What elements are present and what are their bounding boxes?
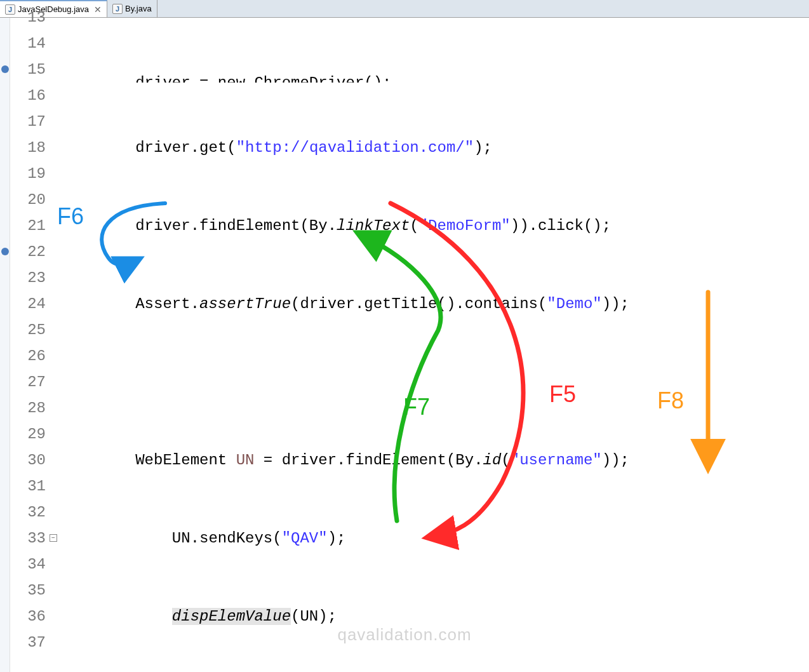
- code-line: driver.get("http://qavalidation.com/");: [62, 135, 809, 161]
- code-line: driver = new ChromeDriver();: [62, 70, 809, 83]
- line-number: 22: [10, 239, 46, 265]
- line-number: 24: [10, 291, 46, 317]
- line-number: 15: [10, 57, 46, 83]
- fold-row: [48, 551, 58, 577]
- gutter-marker-row[interactable]: [0, 447, 10, 473]
- line-number: 37: [10, 629, 46, 655]
- fold-row: [48, 395, 58, 421]
- gutter-marker-row[interactable]: [0, 421, 10, 447]
- line-number: 23: [10, 265, 46, 291]
- annotation-f6: F6: [57, 203, 84, 230]
- gutter-marker-row[interactable]: [0, 369, 10, 395]
- fold-row: [48, 83, 58, 109]
- gutter-marker-row[interactable]: [0, 395, 10, 421]
- gutter-markers: [0, 18, 10, 672]
- gutter-marker-row[interactable]: [0, 629, 10, 655]
- line-number: 20: [10, 187, 46, 213]
- line-number: 28: [10, 395, 46, 421]
- code-line: dispElemValue(UN);: [62, 603, 809, 629]
- line-number: 13: [10, 18, 46, 30]
- fold-row: [48, 18, 58, 30]
- fold-row: [48, 577, 58, 603]
- code-line: Assert.assertTrue(driver.getTitle().cont…: [62, 291, 809, 317]
- fold-row: [48, 369, 58, 395]
- breakpoint-icon[interactable]: [1, 65, 9, 73]
- code-line: driver.findElement(By.linkText("DemoForm…: [62, 213, 809, 239]
- close-icon[interactable]: ✕: [94, 4, 102, 15]
- gutter-marker-row[interactable]: [0, 525, 10, 551]
- code-line: [62, 369, 809, 395]
- gutter-marker-row[interactable]: [0, 577, 10, 603]
- line-number: 14: [10, 30, 46, 57]
- tab-by[interactable]: J By.java: [107, 0, 157, 17]
- code-line: WebElement UN = driver.findElement(By.id…: [62, 447, 809, 473]
- fold-row: [48, 317, 58, 343]
- gutter-marker-row[interactable]: [0, 265, 10, 291]
- gutter-marker-row[interactable]: [0, 473, 10, 499]
- tab-javaseldebug[interactable]: J JavaSelDebug.java ✕: [0, 0, 107, 17]
- editor: 1314151617181920212223242526272829303132…: [0, 18, 809, 672]
- annotation-f7: F7: [403, 394, 430, 420]
- line-number: 16: [10, 83, 46, 109]
- annotation-f8: F8: [657, 387, 684, 414]
- editor-tabs: J JavaSelDebug.java ✕ J By.java: [0, 0, 809, 18]
- fold-row: [48, 30, 58, 57]
- code-area[interactable]: driver = new ChromeDriver(); driver.get(…: [58, 18, 809, 672]
- fold-row: [48, 421, 58, 447]
- tab-label: By.java: [125, 4, 152, 13]
- java-file-icon: J: [5, 4, 15, 15]
- gutter-marker-row[interactable]: [0, 109, 10, 135]
- fold-row: [48, 135, 58, 161]
- line-number: 21: [10, 213, 46, 239]
- line-number: 29: [10, 421, 46, 447]
- fold-row: [48, 499, 58, 525]
- line-number: 36: [10, 603, 46, 629]
- gutter-marker-row[interactable]: [0, 317, 10, 343]
- line-number: 18: [10, 135, 46, 161]
- java-file-icon: J: [112, 4, 123, 14]
- gutter-marker-row[interactable]: [0, 499, 10, 525]
- fold-row: [48, 629, 58, 655]
- fold-row: [48, 265, 58, 291]
- gutter-marker-row[interactable]: [0, 57, 10, 83]
- gutter-line-numbers: 1314151617181920212223242526272829303132…: [10, 18, 48, 672]
- fold-toggle-icon[interactable]: −: [50, 534, 57, 542]
- line-number: 27: [10, 369, 46, 395]
- fold-row: [48, 603, 58, 629]
- line-number: 34: [10, 551, 46, 577]
- line-number: 32: [10, 499, 46, 525]
- fold-row: [48, 473, 58, 499]
- gutter-marker-row[interactable]: [0, 343, 10, 369]
- annotation-f5: F5: [549, 381, 576, 408]
- line-number: 30: [10, 447, 46, 473]
- line-number: 17: [10, 109, 46, 135]
- gutter-fold: −: [48, 18, 58, 672]
- fold-row: [48, 343, 58, 369]
- gutter-marker-row[interactable]: [0, 551, 10, 577]
- gutter-marker-row[interactable]: [0, 187, 10, 213]
- line-number: 25: [10, 317, 46, 343]
- gutter-marker-row[interactable]: [0, 83, 10, 109]
- fold-row: [48, 291, 58, 317]
- line-number: 31: [10, 473, 46, 499]
- gutter-marker-row[interactable]: [0, 135, 10, 161]
- line-number: 35: [10, 577, 46, 603]
- fold-row: [48, 239, 58, 265]
- gutter-marker-row[interactable]: [0, 18, 10, 30]
- line-number: 33: [10, 525, 46, 551]
- gutter-marker-row[interactable]: [0, 213, 10, 239]
- gutter-marker-row[interactable]: [0, 239, 10, 265]
- code-line: UN.sendKeys("QAV");: [62, 525, 809, 551]
- fold-row: [48, 161, 58, 187]
- line-number: 19: [10, 161, 46, 187]
- fold-row: [48, 57, 58, 83]
- fold-row: −: [48, 525, 58, 551]
- gutter-marker-row[interactable]: [0, 30, 10, 57]
- gutter-marker-row[interactable]: [0, 603, 10, 629]
- gutter-marker-row[interactable]: [0, 161, 10, 187]
- gutter-marker-row[interactable]: [0, 291, 10, 317]
- fold-row: [48, 447, 58, 473]
- line-number: 26: [10, 343, 46, 369]
- fold-row: [48, 109, 58, 135]
- breakpoint-icon[interactable]: [1, 248, 9, 255]
